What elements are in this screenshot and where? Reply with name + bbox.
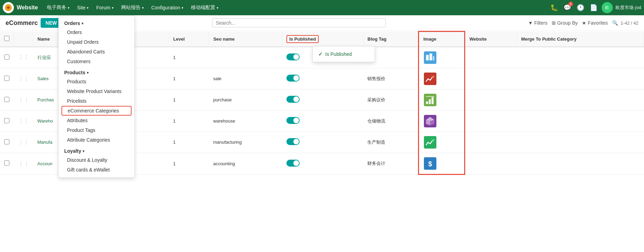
published-toggle[interactable] — [286, 96, 300, 103]
row-checkbox[interactable] — [4, 76, 9, 81]
menu-customers[interactable]: Customers — [59, 57, 134, 66]
menu-products[interactable]: Products — [59, 77, 134, 86]
favorites-button[interactable]: ★ Favorites — [582, 20, 608, 26]
drag-handle-icon[interactable]: ⋮⋮ — [18, 139, 29, 145]
col-seo-header: Seo name — [209, 32, 282, 47]
app-icon-sales[interactable] — [423, 72, 437, 86]
is-published-cell — [282, 132, 363, 153]
drag-handle-cell: ⋮⋮ — [14, 132, 33, 153]
is-published-cell — [282, 153, 363, 174]
document-icon[interactable]: 📄 — [588, 2, 599, 13]
is-published-cell — [282, 89, 363, 110]
drag-handle-icon[interactable]: ⋮⋮ — [18, 118, 29, 124]
blog-tag-cell: 仓储物流 — [363, 110, 419, 132]
app-icon-manufacturing[interactable] — [423, 135, 437, 149]
svg-rect-4 — [433, 56, 434, 60]
seo-name-cell: sale — [209, 68, 282, 89]
groupby-button[interactable]: ⊞ Group By — [552, 20, 578, 26]
search-input[interactable] — [216, 20, 382, 26]
row-checkbox[interactable] — [4, 118, 9, 123]
nav-site[interactable]: Site ▾ — [74, 3, 92, 12]
website-cell — [465, 47, 517, 68]
orders-section-label: Orders ▾ — [59, 18, 134, 27]
orders-caret: ▾ — [82, 22, 83, 25]
svg-rect-5 — [424, 73, 436, 85]
row-checkbox-cell — [0, 132, 14, 153]
merge-cell — [517, 110, 644, 132]
user-avatar[interactable]: 欧 — [602, 2, 613, 13]
search-controls: ▼ Filters ⊞ Group By ★ Favorites 🔍 — [528, 20, 618, 26]
name-value[interactable]: Purchas — [37, 97, 54, 102]
debug-icon[interactable]: 🐛 — [549, 2, 559, 13]
loyalty-caret: ▾ — [83, 149, 84, 153]
merge-cell — [517, 68, 644, 89]
app-icon-inventory[interactable] — [423, 114, 437, 128]
name-value[interactable]: Sales — [37, 76, 49, 81]
user-name[interactable]: 欧度市场 (od — [616, 5, 641, 11]
drag-handle-icon[interactable]: ⋮⋮ — [18, 161, 29, 167]
col-blogtag-header: Blog Tag — [363, 32, 419, 47]
search-icon-button[interactable]: 🔍 — [612, 20, 618, 26]
published-toggle[interactable] — [286, 160, 300, 167]
menu-attribute-categories[interactable]: Attribute Categories — [59, 135, 134, 145]
menu-pricelists[interactable]: Pricelists — [59, 96, 134, 106]
select-all-checkbox[interactable] — [4, 36, 9, 41]
products-section-label: Products ▾ — [59, 68, 134, 77]
app-icon-purchase[interactable] — [423, 93, 437, 107]
menu-ecommerce-categories[interactable]: eCommerce Categories — [61, 106, 132, 116]
app-icon-industry[interactable] — [423, 51, 437, 65]
col-merge-header: Merge To Public Category — [517, 32, 644, 47]
nav-ecommerce[interactable]: 电子商务 ▾ — [43, 2, 73, 13]
drag-handle-icon[interactable]: ⋮⋮ — [18, 54, 29, 60]
blog-tag-cell: 采购议价 — [363, 89, 419, 110]
svg-rect-9 — [429, 99, 431, 104]
menu-unpaid-orders[interactable]: Unpaid Orders — [59, 37, 134, 47]
app-icon-accounting[interactable]: $ — [423, 157, 437, 170]
row-checkbox[interactable] — [4, 160, 9, 166]
published-toggle[interactable] — [286, 138, 300, 145]
menu-product-tags[interactable]: Product Tags — [59, 125, 134, 135]
row-checkbox[interactable] — [4, 97, 9, 102]
name-value[interactable]: Wareho — [37, 118, 53, 124]
groupby-is-published[interactable]: ✓ Is Published — [313, 49, 375, 59]
menu-website-variants[interactable]: Website Product Variants — [59, 86, 134, 96]
search-bar — [212, 18, 386, 27]
svg-rect-17 — [424, 136, 436, 149]
row-checkbox[interactable] — [4, 139, 9, 144]
menu-orders[interactable]: Orders — [59, 27, 134, 37]
loyalty-section-label: Loyalty ▾ — [59, 146, 134, 155]
blog-tag-cell: 财务会计 — [363, 153, 419, 174]
filters-button[interactable]: ▼ Filters — [528, 20, 547, 26]
menu-discount-loyalty[interactable]: Discount & Loyalty — [59, 155, 134, 165]
menu-abandoned-carts[interactable]: Abandoned Carts — [59, 47, 134, 57]
name-value[interactable]: Manufa — [37, 140, 52, 145]
svg-text:$: $ — [428, 160, 432, 168]
website-cell — [465, 153, 517, 174]
svg-rect-3 — [429, 53, 432, 60]
nav-reports[interactable]: 网站报告 ▾ — [118, 2, 147, 13]
name-value[interactable]: 行业应 — [37, 55, 51, 60]
caret-icon: ▾ — [112, 6, 114, 10]
name-value[interactable]: Accoun — [37, 161, 52, 166]
clock-icon[interactable]: 🕐 — [575, 2, 586, 13]
nav-forum[interactable]: Forum ▾ — [93, 3, 117, 12]
menu-attributes[interactable]: Attributes — [59, 116, 134, 125]
level-cell: 1 — [169, 132, 209, 153]
nav-configuration[interactable]: Configuration ▾ — [148, 3, 187, 12]
image-cell: $ — [419, 153, 465, 174]
drag-handle-cell: ⋮⋮ — [14, 68, 33, 89]
chat-icon[interactable]: 💬 6 — [562, 2, 572, 13]
published-toggle[interactable] — [286, 117, 300, 124]
drag-handle-icon[interactable]: ⋮⋮ — [18, 97, 29, 103]
caret-icon: ▾ — [217, 6, 218, 10]
published-toggle[interactable] — [286, 75, 300, 82]
published-toggle[interactable] — [286, 53, 300, 60]
merge-cell — [517, 153, 644, 174]
website-cell — [465, 110, 517, 132]
drag-handle-icon[interactable]: ⋮⋮ — [18, 76, 29, 82]
nav-mobile[interactable]: 移动端配置 ▾ — [187, 2, 222, 13]
menu-gift-cards[interactable]: Gift cards & eWallet — [59, 165, 134, 175]
merge-cell — [517, 132, 644, 153]
row-checkbox[interactable] — [4, 54, 9, 60]
app-logo[interactable] — [3, 2, 14, 13]
